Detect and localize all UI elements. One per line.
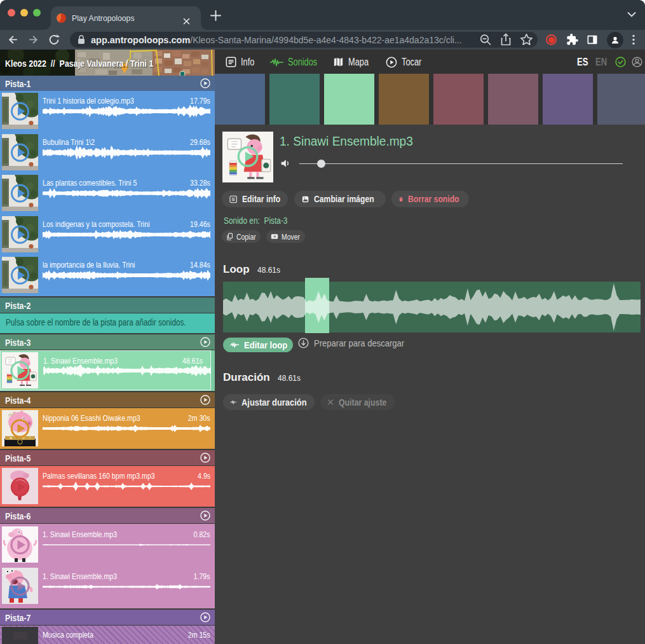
svg-text:Kleos 2022 // Pasaje Valvane: Kleos 2022 // Pasaje Valvanera / Trini 1 [5, 58, 154, 69]
